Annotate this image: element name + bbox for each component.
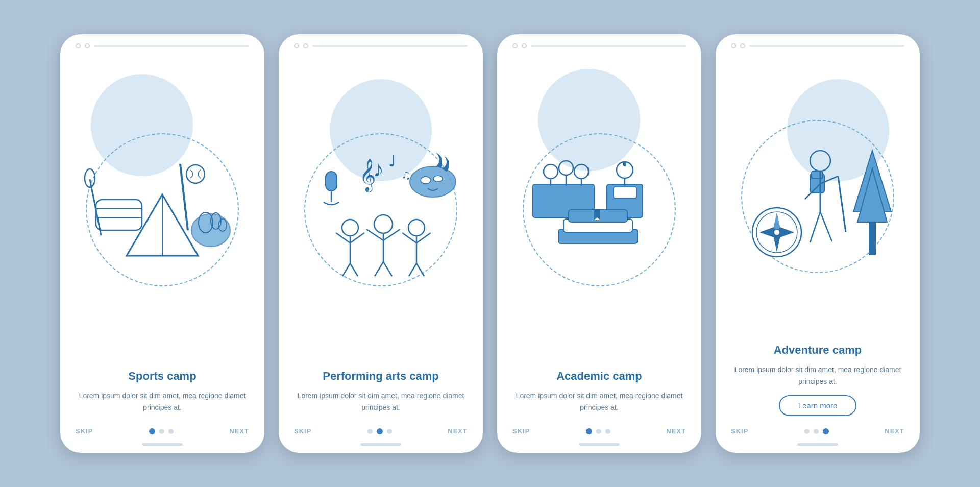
- illustration-area-adventure: [716, 54, 920, 334]
- phones-container: Sports camp Lorem ipsum dolor sit dim am…: [40, 14, 940, 473]
- nav-dot-1[interactable]: [586, 428, 592, 434]
- svg-line-23: [375, 262, 383, 276]
- scroll-indicator: [142, 443, 183, 446]
- phone-nav: SKIP NEXT: [716, 421, 920, 440]
- svg-line-22: [383, 229, 400, 240]
- phone-top-bar: [716, 34, 920, 54]
- camp-title: Sports camp: [77, 370, 248, 383]
- svg-rect-59: [812, 171, 823, 179]
- scroll-indicator: [360, 443, 401, 446]
- svg-line-15: [336, 233, 350, 243]
- next-button[interactable]: NEXT: [229, 427, 249, 435]
- illustration-area-arts: ♪ ♩ ♫ 𝄞: [279, 54, 483, 360]
- adventure-illustration: [736, 120, 899, 273]
- phone-content-arts: Performing arts camp Lorem ipsum dolor s…: [279, 360, 483, 421]
- phone-dot: [76, 43, 81, 48]
- phone-dot: [522, 43, 527, 48]
- camp-description: Lorem ipsum dolor sit dim amet, mea regi…: [295, 390, 467, 413]
- next-button[interactable]: NEXT: [448, 427, 468, 435]
- camp-title: Adventure camp: [732, 344, 903, 357]
- phone-line: [531, 45, 686, 47]
- learn-more-button[interactable]: Learn more: [779, 395, 857, 416]
- phone-nav: SKIP NEXT: [497, 421, 701, 440]
- nav-dot-3[interactable]: [605, 429, 610, 434]
- scroll-indicator: [797, 443, 838, 446]
- phone-line: [94, 45, 249, 47]
- phone-dot: [740, 43, 745, 48]
- next-button[interactable]: NEXT: [885, 427, 904, 435]
- svg-text:𝄞: 𝄞: [359, 159, 376, 192]
- nav-dot-2[interactable]: [596, 429, 601, 434]
- skip-button[interactable]: SKIP: [76, 427, 93, 435]
- svg-point-43: [559, 161, 573, 175]
- svg-point-39: [433, 176, 443, 182]
- skip-button[interactable]: SKIP: [512, 427, 530, 435]
- skip-button[interactable]: SKIP: [731, 427, 748, 435]
- nav-dot-2[interactable]: [814, 429, 819, 434]
- nav-dot-2[interactable]: [159, 429, 164, 434]
- svg-point-38: [421, 177, 431, 184]
- svg-rect-51: [623, 161, 626, 166]
- phone-academic-camp: Academic camp Lorem ipsum dolor sit dim …: [497, 34, 701, 453]
- phone-performing-arts-camp: ♪ ♩ ♫ 𝄞 Performing arts camp Lorem ipsum…: [279, 34, 483, 453]
- phone-dot: [85, 43, 90, 48]
- svg-point-37: [410, 166, 456, 197]
- nav-dot-3[interactable]: [168, 429, 174, 434]
- svg-point-45: [574, 164, 589, 179]
- phone-dot: [512, 43, 518, 48]
- scroll-indicator: [579, 443, 620, 446]
- phone-dot: [294, 43, 299, 48]
- nav-dot-3[interactable]: [387, 429, 392, 434]
- nav-dot-1[interactable]: [804, 429, 810, 434]
- sports-illustration: [81, 133, 244, 286]
- svg-rect-48: [614, 187, 636, 198]
- camp-description: Lorem ipsum dolor sit dim amet, mea regi…: [732, 364, 903, 387]
- svg-line-5: [90, 179, 101, 235]
- svg-point-13: [342, 220, 358, 236]
- phone-top-bar: [497, 34, 701, 54]
- nav-dots: [368, 428, 392, 434]
- svg-line-16: [350, 233, 364, 243]
- svg-line-63: [838, 176, 846, 232]
- skip-button[interactable]: SKIP: [294, 427, 311, 435]
- camp-description: Lorem ipsum dolor sit dim amet, mea regi…: [77, 390, 248, 413]
- nav-dot-2[interactable]: [377, 428, 383, 434]
- svg-rect-31: [326, 172, 337, 191]
- phone-nav: SKIP NEXT: [279, 421, 483, 440]
- nav-dots: [586, 428, 610, 434]
- svg-line-24: [383, 262, 392, 276]
- svg-rect-66: [869, 220, 876, 255]
- phone-top-bar: [279, 34, 483, 54]
- phone-adventure-camp: Adventure camp Lorem ipsum dolor sit dim…: [716, 34, 920, 453]
- phone-dot: [731, 43, 736, 48]
- phone-line: [312, 45, 468, 47]
- nav-dot-1[interactable]: [368, 429, 373, 434]
- nav-dot-3[interactable]: [823, 428, 829, 434]
- svg-point-57: [810, 151, 830, 171]
- svg-point-74: [774, 229, 780, 235]
- svg-line-27: [402, 233, 416, 243]
- svg-point-8: [186, 165, 205, 183]
- illustration-area-sports: [60, 54, 264, 360]
- nav-dot-1[interactable]: [149, 428, 155, 434]
- svg-line-18: [350, 263, 358, 276]
- svg-line-65: [820, 212, 832, 241]
- camp-title: Performing arts camp: [295, 370, 467, 383]
- phone-top-bar: [60, 34, 264, 54]
- next-button[interactable]: NEXT: [666, 427, 686, 435]
- svg-line-17: [342, 263, 350, 276]
- svg-line-64: [810, 212, 820, 242]
- phone-dot: [303, 43, 308, 48]
- nav-dots: [149, 428, 174, 434]
- phone-content-adventure: Adventure camp Lorem ipsum dolor sit dim…: [716, 334, 920, 421]
- camp-title: Academic camp: [513, 370, 685, 383]
- svg-point-25: [408, 220, 425, 236]
- svg-point-6: [85, 169, 95, 187]
- svg-line-21: [366, 229, 383, 240]
- arts-illustration: ♪ ♩ ♫ 𝄞: [299, 133, 462, 286]
- phone-sports-camp: Sports camp Lorem ipsum dolor sit dim am…: [60, 34, 264, 453]
- svg-text:♩: ♩: [388, 153, 396, 169]
- phone-content-sports: Sports camp Lorem ipsum dolor sit dim am…: [60, 360, 264, 421]
- phone-content-academic: Academic camp Lorem ipsum dolor sit dim …: [497, 360, 701, 421]
- camp-description: Lorem ipsum dolor sit dim amet, mea regi…: [513, 390, 685, 413]
